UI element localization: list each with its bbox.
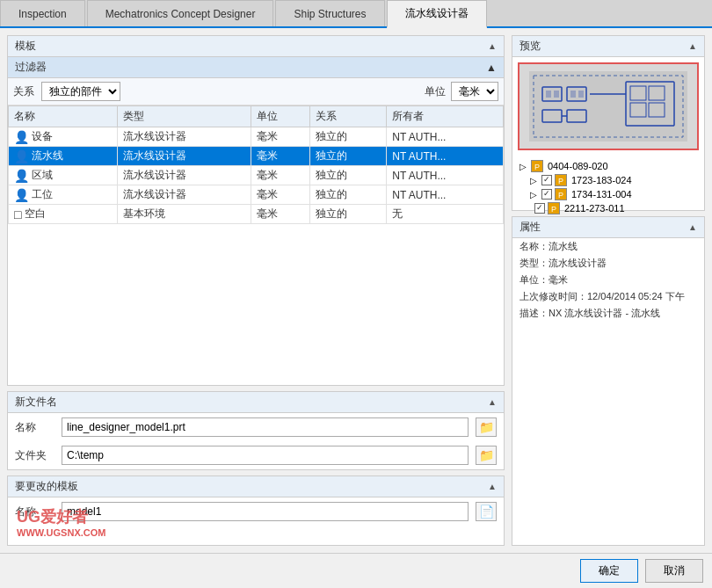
main-content: 模板 ▲ 过滤器 ▲ 关系 独立的部件 单位 毫米 <box>0 28 712 553</box>
preview-canvas <box>518 62 699 150</box>
col-unit: 单位 <box>251 106 309 127</box>
cancel-button[interactable]: 取消 <box>645 559 703 583</box>
property-row: 名称：流水线 <box>512 238 704 255</box>
template-ref-input[interactable] <box>62 502 469 521</box>
tree-checkbox-1[interactable] <box>541 175 552 185</box>
preview-collapse[interactable]: ▲ <box>688 41 697 51</box>
tab-ship[interactable]: Ship Structures <box>275 0 384 26</box>
tree-checkbox-2[interactable] <box>541 189 552 200</box>
folder-browse-btn[interactable]: 📁 <box>476 446 497 465</box>
table-row[interactable]: □ 空白 基本环境 毫米 独立的 无 <box>9 205 504 224</box>
property-row: 描述：NX 流水线设计器 - 流水线 <box>512 305 704 322</box>
col-owner: 所有者 <box>387 106 504 127</box>
tab-inspection[interactable]: Inspection <box>0 0 85 26</box>
filename-folder-btn[interactable]: 📁 <box>476 417 497 437</box>
properties-header: 属性 ▲ <box>512 217 704 238</box>
table-row[interactable]: 👤 设备 流水线设计器 毫米 独立的 NT AUTH... <box>9 127 504 147</box>
properties-container: 名称：流水线类型：流水线设计器单位：毫米上次修改时间：12/04/2014 05… <box>512 238 704 322</box>
filename-name-row: 名称 📁 <box>8 413 504 441</box>
table-row[interactable]: 👤 区域 流水线设计器 毫米 独立的 NT AUTH... <box>9 166 504 185</box>
new-filename-section: 新文件名 ▲ 名称 📁 文件夹 📁 <box>7 391 505 470</box>
template-ref-btn[interactable]: 📄 <box>476 502 497 521</box>
relation-select[interactable]: 独立的部件 <box>41 82 120 101</box>
filter-row: 关系 独立的部件 单位 毫米 <box>8 78 504 105</box>
col-type: 类型 <box>118 106 251 127</box>
property-row: 上次修改时间：12/04/2014 05:24 下午 <box>512 288 704 305</box>
table-row[interactable]: 👤 流水线 流水线设计器 毫米 独立的 NT AUTH... <box>9 147 504 166</box>
preview-tree: ▷ P 0404-089-020 ▷ P 1723-183-024 ▷ P 17… <box>512 156 704 219</box>
right-panel: 预览 ▲ <box>512 35 705 546</box>
tab-pipeline[interactable]: 流水线设计器 <box>387 0 487 28</box>
svg-rect-4 <box>554 91 559 98</box>
preview-svg <box>529 71 687 142</box>
watermark: UG爱好者 WWW.UGSNX.COM <box>17 506 105 538</box>
tree-checkbox-3[interactable] <box>534 203 545 214</box>
col-name: 名称 <box>9 106 118 127</box>
properties-collapse[interactable]: ▲ <box>688 222 697 232</box>
property-row: 单位：毫米 <box>512 272 704 288</box>
template-ref-section: 要更改的模板 ▲ 名称 📄 UG爱好者 WWW.UGSNX.COM <box>7 475 505 546</box>
tab-mechatronics[interactable]: Mechatronics Concept Designer <box>87 0 274 26</box>
template-ref-collapse[interactable]: ▲ <box>488 482 497 491</box>
template-collapse-btn[interactable]: ▲ <box>488 41 497 51</box>
col-relation: 关系 <box>309 106 387 127</box>
tree-item-1: ▷ P 1723-183-024 <box>530 173 697 187</box>
tree-item-3: P 2211-273-011 <box>530 201 697 215</box>
filter-header: 过滤器 ▲ <box>8 57 504 78</box>
preview-header: 预览 ▲ <box>512 36 704 57</box>
tree-item-0: ▷ P 0404-089-020 <box>519 159 697 173</box>
filename-name-input[interactable] <box>62 417 469 437</box>
confirm-button[interactable]: 确定 <box>580 559 638 583</box>
tab-bar: Inspection Mechatronics Concept Designer… <box>0 0 712 28</box>
tree-item-2: ▷ P 1734-131-004 <box>530 187 697 201</box>
bottom-bar: 确定 取消 <box>0 553 712 588</box>
left-panel: 模板 ▲ 过滤器 ▲ 关系 独立的部件 单位 毫米 <box>7 35 505 546</box>
unit-select[interactable]: 毫米 <box>451 82 498 101</box>
filename-folder-input[interactable] <box>62 446 469 465</box>
property-row: 类型：流水线设计器 <box>512 255 704 272</box>
new-filename-collapse[interactable]: ▲ <box>488 397 497 407</box>
template-section: 模板 ▲ 过滤器 ▲ 关系 独立的部件 单位 毫米 <box>7 35 505 386</box>
filter-collapse-btn[interactable]: ▲ <box>486 62 497 74</box>
preview-section: 预览 ▲ <box>512 35 705 211</box>
svg-rect-6 <box>570 91 576 98</box>
template-ref-header: 要更改的模板 ▲ <box>8 476 504 497</box>
table-row[interactable]: 👤 工位 流水线设计器 毫米 独立的 NT AUTH... <box>9 185 504 205</box>
filename-folder-row: 文件夹 📁 <box>8 441 504 469</box>
new-filename-header: 新文件名 ▲ <box>8 392 504 413</box>
svg-rect-3 <box>546 91 551 98</box>
properties-section: 属性 ▲ 名称：流水线类型：流水线设计器单位：毫米上次修改时间：12/04/20… <box>512 216 705 546</box>
template-table: 名称 类型 单位 关系 所有者 👤 设备 流水线设计器 毫米 独立的 NT AU… <box>8 105 504 224</box>
template-section-header: 模板 ▲ <box>8 36 504 57</box>
unit-area: 单位 毫米 <box>425 82 498 101</box>
svg-rect-7 <box>578 91 584 98</box>
